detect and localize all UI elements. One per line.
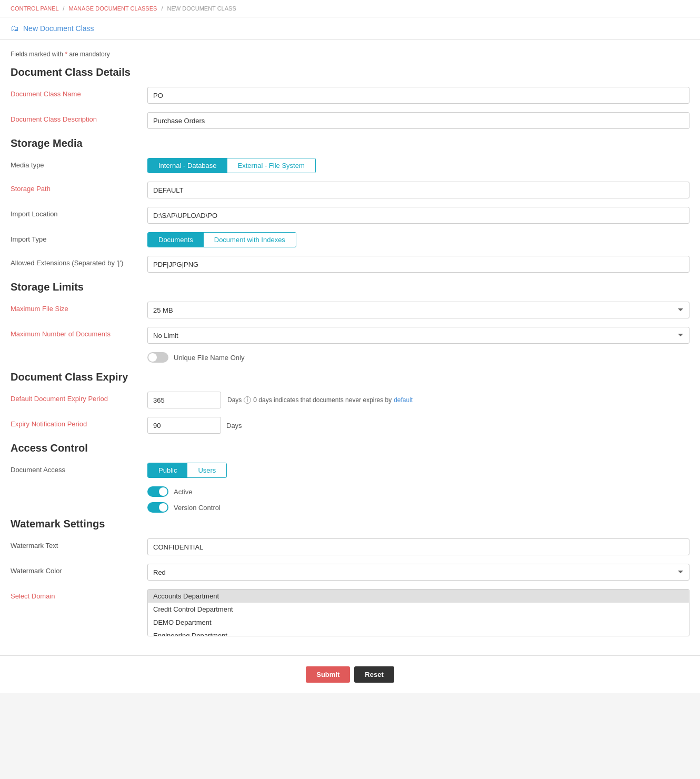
import-location-label: Import Location [11, 207, 147, 218]
expiry-notification-label: Expiry Notification Period [11, 417, 147, 428]
mandatory-note-text: Fields marked with [11, 51, 65, 58]
section-document-class-details: Document Class Details [11, 66, 689, 78]
active-switch-wrap: Active [147, 486, 689, 497]
select-domain-wrap: Accounts Department Credit Control Depar… [147, 589, 689, 636]
domain-item-accounts[interactable]: Accounts Department [148, 590, 689, 603]
version-control-label: Version Control [174, 504, 221, 512]
mandatory-note: Fields marked with * are mandatory [11, 51, 689, 58]
domain-item-engineering[interactable]: Engineering Department [148, 629, 689, 636]
breadcrumb-current: NEW DOCUMENT CLASS [167, 5, 236, 12]
version-control-switch-wrap: Version Control [147, 502, 689, 513]
version-control-toggle[interactable] [147, 502, 168, 513]
select-domain-label: Select Domain [11, 589, 147, 600]
access-users-btn[interactable]: Users [187, 463, 226, 477]
watermark-text-label: Watermark Text [11, 538, 147, 550]
class-description-input[interactable] [147, 112, 689, 129]
mandatory-note-text2: are mandatory [67, 51, 110, 58]
breadcrumb-control-panel[interactable]: CONTROL PANEL [11, 5, 58, 12]
watermark-text-wrap [147, 538, 689, 555]
default-expiry-input[interactable] [147, 392, 221, 408]
breadcrumb-sep-2: / [161, 5, 163, 12]
active-toggle-row: Active Version Control [11, 486, 689, 513]
storage-path-label: Storage Path [11, 182, 147, 193]
unique-filename-toggle[interactable] [147, 352, 168, 363]
form-row-allowed-ext: Allowed Extensions (Separated by '|') [11, 256, 689, 273]
allowed-ext-input[interactable] [147, 256, 689, 273]
watermark-text-input[interactable] [147, 538, 689, 555]
document-access-label: Document Access [11, 463, 147, 474]
domain-listbox[interactable]: Accounts Department Credit Control Depar… [147, 589, 689, 636]
import-type-toggle-group: Documents Document with Indexes [147, 232, 296, 247]
active-slider [147, 486, 168, 497]
form-row-import-type: Import Type Documents Document with Inde… [11, 232, 689, 247]
import-type-wrap: Documents Document with Indexes [147, 232, 689, 247]
class-name-input[interactable] [147, 87, 689, 104]
section-expiry: Document Class Expiry [11, 371, 689, 383]
form-row-class-name: Document Class Name [11, 87, 689, 104]
access-toggle-group: Public Users [147, 463, 227, 478]
form-row-max-docs: Maximum Number of Documents No Limit 100… [11, 327, 689, 344]
submit-button[interactable]: Submit [306, 666, 350, 683]
active-label: Active [174, 488, 192, 496]
form-row-watermark-text: Watermark Text [11, 538, 689, 555]
breadcrumb-manage-classes[interactable]: MANAGE DOCUMENT CLASSES [68, 5, 157, 12]
unique-filename-row: Unique File Name Only [11, 352, 689, 363]
expiry-notification-wrap: Days [147, 417, 689, 434]
document-access-wrap: Public Users [147, 463, 689, 478]
form-actions: Submit Reset [0, 655, 700, 693]
max-file-size-label: Maximum File Size [11, 302, 147, 313]
default-expiry-label: Default Document Expiry Period [11, 392, 147, 403]
watermark-color-select[interactable]: Red Blue Green Black [147, 564, 689, 581]
form-row-class-description: Document Class Description [11, 112, 689, 129]
media-type-internal-btn[interactable]: Internal - Database [148, 158, 227, 173]
breadcrumb: CONTROL PANEL / MANAGE DOCUMENT CLASSES … [0, 0, 700, 17]
access-public-btn[interactable]: Public [148, 463, 187, 477]
class-name-label: Document Class Name [11, 87, 147, 98]
unique-filename-label: Unique File Name Only [174, 354, 244, 362]
notification-expiry-wrap: Days [147, 417, 689, 434]
expiry-notification-input[interactable] [147, 417, 221, 434]
section-access-control: Access Control [11, 442, 689, 454]
media-type-wrap: Internal - Database External - File Syst… [147, 158, 689, 173]
page-title: New Document Class [23, 24, 94, 33]
max-docs-select[interactable]: No Limit 100 500 1000 [147, 327, 689, 344]
import-type-with-indexes-btn[interactable]: Document with Indexes [204, 233, 296, 247]
form-row-import-location: Import Location [11, 207, 689, 224]
section-storage-media: Storage Media [11, 137, 689, 149]
form-row-default-expiry: Default Document Expiry Period Days i 0 … [11, 392, 689, 408]
allowed-ext-wrap [147, 256, 689, 273]
main-content: Fields marked with * are mandatory Docum… [0, 40, 700, 655]
version-control-slider [147, 502, 168, 513]
active-toggle[interactable] [147, 486, 168, 497]
domain-item-credit-control[interactable]: Credit Control Department [148, 603, 689, 616]
import-location-input[interactable] [147, 207, 689, 224]
max-docs-label: Maximum Number of Documents [11, 327, 147, 338]
allowed-ext-label: Allowed Extensions (Separated by '|') [11, 256, 147, 267]
breadcrumb-sep-1: / [63, 5, 64, 12]
watermark-color-wrap: Red Blue Green Black [147, 564, 689, 581]
import-type-label: Import Type [11, 232, 147, 243]
media-type-label: Media type [11, 158, 147, 169]
reset-button[interactable]: Reset [354, 666, 394, 683]
max-file-size-select[interactable]: 25 MB 50 MB 100 MB Unlimited [147, 302, 689, 318]
import-location-wrap [147, 207, 689, 224]
form-row-document-access: Document Access Public Users [11, 463, 689, 478]
unique-filename-wrap: Unique File Name Only [147, 352, 689, 363]
page-header: 🗂 New Document Class [0, 17, 700, 40]
storage-path-input[interactable] [147, 182, 689, 198]
section-watermark: Watemark Settings [11, 518, 689, 530]
unique-filename-slider [147, 352, 168, 363]
domain-item-demo[interactable]: DEMO Department [148, 616, 689, 629]
form-row-select-domain: Select Domain Accounts Department Credit… [11, 589, 689, 636]
section-storage-limits: Storage Limits [11, 281, 689, 293]
form-row-storage-path: Storage Path [11, 182, 689, 198]
class-description-label: Document Class Description [11, 112, 147, 123]
info-icon[interactable]: i [244, 396, 251, 404]
storage-path-wrap [147, 182, 689, 198]
media-type-external-btn[interactable]: External - File System [227, 158, 315, 173]
default-expiry-wrap: Days i 0 days indicates that documents n… [147, 392, 689, 408]
import-type-documents-btn[interactable]: Documents [148, 233, 204, 247]
form-row-max-file-size: Maximum File Size 25 MB 50 MB 100 MB Unl… [11, 302, 689, 318]
expiry-note-link[interactable]: default [394, 396, 413, 404]
notification-unit: Days [226, 422, 242, 430]
